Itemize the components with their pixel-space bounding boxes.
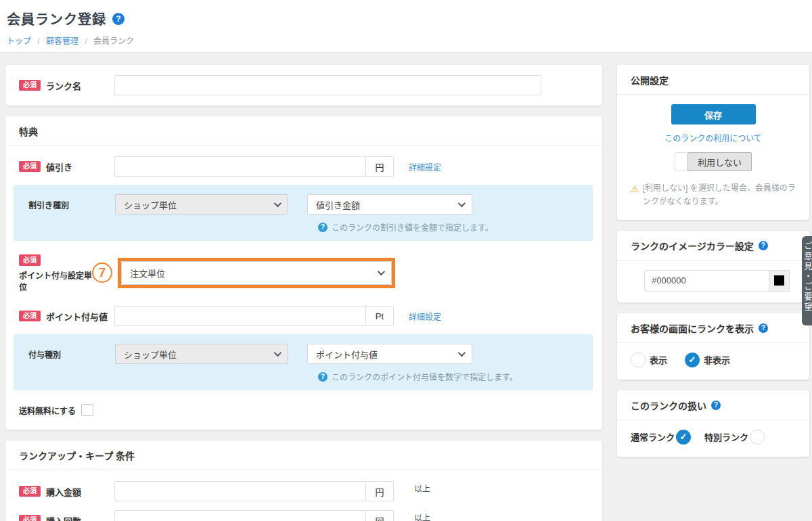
breadcrumb: トップ / 顧客管理 / 会員ランク [7,35,812,46]
color-swatch [774,275,784,286]
rank-usage-link[interactable]: このランクの利用について [664,132,762,143]
publish-card: 公開設定 保存 このランクの利用について 利用しない ⚠ [利用しない] を選択… [617,65,809,220]
rank-name-card: 必須 ランク名 [5,65,602,106]
help-circle-icon[interactable]: ? [711,401,721,410]
free-shipping-label: 送料無料にする [19,405,76,416]
point-value-detail-link[interactable]: 詳細設定 [409,311,441,322]
purchase-count-suffix: 以上 [414,512,430,521]
rankup-title: ランクアップ・キープ 条件 [5,440,602,470]
chevron-down-icon [458,200,466,207]
highlight-box: 注文単位 [118,258,395,288]
point-type-label: 付与種別 [14,348,115,360]
publish-title: 公開設定 [617,65,809,95]
radio-checked-icon: ✓ [685,353,700,367]
color-code-input[interactable] [644,270,769,292]
point-value-unit: Pt [365,306,394,326]
benefits-title: 特典 [5,116,602,146]
required-badge: 必須 [19,161,41,172]
purchase-amount-label: 購入金額 [46,485,81,498]
rank-name-label: ランク名 [46,79,81,92]
discount-mode-select[interactable]: 値引き金額 [307,194,472,214]
rankup-card: ランクアップ・キープ 条件 必須 購入金額 円 以上 必須 購入回数 回 以上 [5,440,602,521]
disable-warning: ⚠ [利用しない] を選択した場合、会員様のランクがなくなります。 [631,182,796,209]
required-badge: 必須 [19,515,41,521]
warning-icon: ⚠ [631,182,639,209]
purchase-count-unit: 回 [365,510,394,521]
feedback-edge-tab[interactable]: ご意見・ご要望 [802,236,812,325]
point-type-panel: 付与種別 ショップ単位 ポイント付与値 ? このランクのポイント付与値を数字で指… [14,334,593,390]
discount-helper: ? このランクの割引き値を金額で指定します。 [318,221,593,233]
free-shipping-row: 送料無料にする [5,399,602,430]
discount-type-panel: 割引き種別 ショップ単位 値引き金額 ? このランクの割引き値を金額で指定します… [14,185,593,241]
breadcrumb-link-customers[interactable]: 顧客管理 [46,37,78,46]
discount-unit: 円 [365,156,394,177]
treatment-title: このランクの扱い [631,399,706,412]
page-title: 会員ランク登録 [7,9,106,28]
radio-checked-icon: ✓ [676,430,691,445]
breadcrumb-current: 会員ランク [93,37,134,46]
point-scope-select[interactable]: ショップ単位 [115,344,288,364]
required-badge: 必須 [19,80,41,91]
help-circle-icon: ? [318,223,328,232]
purchase-amount-suffix: 以上 [414,482,430,494]
treatment-card: このランクの扱い ? 通常ランク ✓ 特別ランク [617,390,809,457]
point-unit-label: ポイント付与設定単位 [19,269,92,292]
radio-special-rank[interactable]: 特別ランク [704,430,765,445]
point-value-label: ポイント付与値 [46,310,108,323]
point-unit-select[interactable]: 注文単位 [121,261,392,285]
discount-label: 値引き [46,160,72,173]
radio-normal-rank[interactable]: 通常ランク ✓ [631,430,691,445]
color-picker-button[interactable] [769,270,790,292]
chevron-down-icon [378,268,385,275]
free-shipping-checkbox[interactable] [81,404,93,416]
radio-unchecked-icon [750,430,765,445]
sidebar: 公開設定 保存 このランクの利用について 利用しない ⚠ [利用しない] を選択… [617,65,809,468]
required-badge: 必須 [19,254,41,266]
main-column: 必須 ランク名 特典 必須 値引き 円 詳細設定 割引き種別 [5,65,602,521]
discount-type-label: 割引き種別 [14,199,115,210]
discount-detail-link[interactable]: 詳細設定 [409,161,441,173]
page-help-icon[interactable]: ? [112,13,125,25]
required-badge: 必須 [19,486,41,497]
visibility-title: お客様の画面にランクを表示 [631,321,754,335]
save-button[interactable]: 保存 [671,104,756,124]
required-badge: 必須 [19,311,41,321]
visibility-card: お客様の画面にランクを表示 ? 表示 ✓ 非表示 [617,313,809,380]
radio-hide[interactable]: ✓ 非表示 [685,353,730,367]
purchase-count-label: 購入回数 [46,514,81,521]
feedback-tab-label: ご意見・ご要望 [802,242,812,313]
purchase-amount-input[interactable] [114,481,366,501]
step-7-marker: 7 [92,263,112,283]
radio-show[interactable]: 表示 [631,353,667,367]
benefits-card: 特典 必須 値引き 円 詳細設定 割引き種別 ショップ単位 [5,116,602,430]
image-color-card: ランクのイメージカラー設定 ? [617,231,809,302]
disable-toggle[interactable]: 利用しない [675,152,752,171]
point-helper: ? このランクのポイント付与値を数字で指定します。 [318,371,593,382]
breadcrumb-link-top[interactable]: トップ [7,37,31,46]
chevron-down-icon [458,349,466,357]
point-mode-select[interactable]: ポイント付与値 [307,344,472,364]
breadcrumb-separator: / [85,37,87,46]
point-value-input[interactable] [114,306,366,326]
image-color-title: ランクのイメージカラー設定 [631,239,754,252]
purchase-amount-unit: 円 [365,481,394,501]
help-circle-icon[interactable]: ? [759,241,768,250]
disable-toggle-label: 利用しない [687,152,752,171]
rank-name-input[interactable] [114,75,541,95]
toggle-knob [675,152,687,171]
chevron-down-icon [274,200,281,207]
page-header: 会員ランク登録 ? トップ / 顧客管理 / 会員ランク [0,0,812,53]
discount-input[interactable] [114,156,366,177]
point-unit-row: 必須 ポイント付与設定単位 7 注文単位 [5,249,602,299]
help-circle-icon: ? [318,372,328,382]
radio-unchecked-icon [631,353,646,367]
breadcrumb-separator: / [37,37,39,46]
chevron-down-icon [274,349,281,357]
help-circle-icon[interactable]: ? [759,323,768,333]
purchase-count-input[interactable] [114,510,366,521]
discount-scope-select[interactable]: ショップ単位 [115,194,288,214]
